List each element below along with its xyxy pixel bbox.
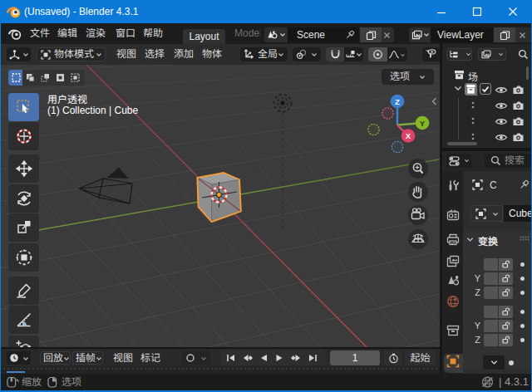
svg-text:Y: Y bbox=[420, 120, 425, 128]
svg-text:X: X bbox=[406, 132, 411, 140]
svg-text:Z: Z bbox=[395, 98, 400, 106]
